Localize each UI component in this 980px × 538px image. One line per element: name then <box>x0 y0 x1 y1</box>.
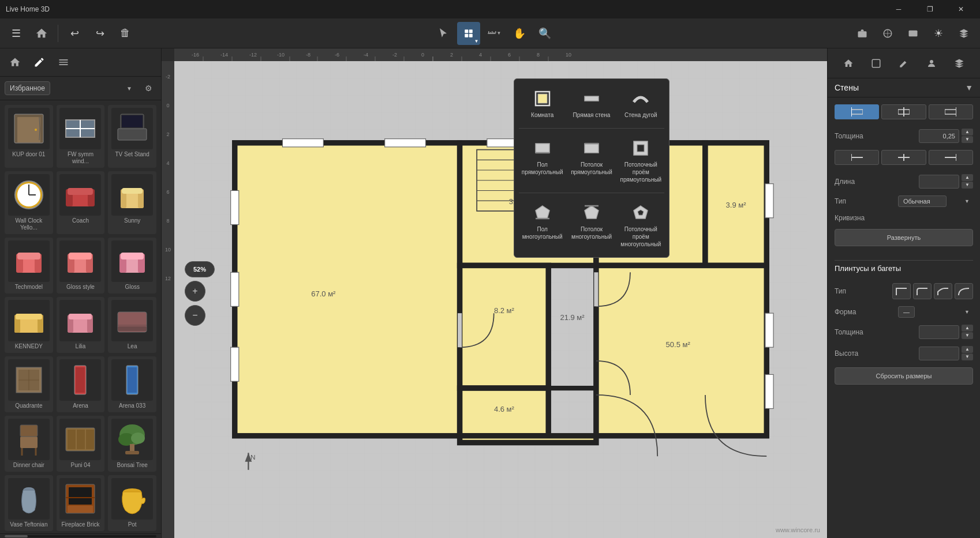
sun-button[interactable]: ☀ <box>927 22 950 45</box>
popup-item-rect-floor[interactable]: Пол прямоугольный <box>519 133 566 188</box>
baseboard-thickness-label: Толщина <box>835 328 863 336</box>
list-item[interactable]: Puni 04 <box>57 416 105 472</box>
list-item[interactable]: FW symm wind... <box>57 105 105 168</box>
length-align-2[interactable] <box>881 150 926 165</box>
svg-rect-51 <box>118 326 147 331</box>
list-item[interactable]: Dinner chair <box>5 416 53 472</box>
wall-align-left[interactable] <box>835 104 879 119</box>
render-button[interactable] <box>876 22 899 45</box>
right-expand-button[interactable]: ▼ <box>965 83 973 92</box>
popup-item-poly-ceiling[interactable]: Потолок многоугольный <box>568 198 615 253</box>
baseboard-style-1[interactable] <box>892 283 911 299</box>
photo-button[interactable] <box>902 22 925 45</box>
list-item[interactable]: Pot <box>108 475 156 531</box>
zoom-out-button[interactable]: − <box>185 305 205 326</box>
maximize-button[interactable]: ❐ <box>917 0 943 18</box>
rect-floor-icon <box>532 138 553 159</box>
baseboard-style-3[interactable] <box>934 283 952 299</box>
list-item[interactable]: TV Set Stand <box>108 105 156 168</box>
baseboard-height-decrement[interactable]: ▼ <box>962 353 973 360</box>
list-item[interactable]: Techmodel <box>5 238 53 294</box>
list-item[interactable]: KUP door 01 <box>5 105 53 168</box>
popup-item-rect-ceiling[interactable]: Потолок прямоугольный <box>568 133 615 188</box>
list-item[interactable]: Lilia <box>57 297 105 353</box>
sidebar-tab-list[interactable] <box>53 52 74 73</box>
redo-button[interactable]: ↪ <box>88 22 111 45</box>
thickness-increment[interactable]: ▲ <box>962 129 973 136</box>
baseboard-height-input[interactable] <box>919 347 959 360</box>
list-item[interactable]: Arena 033 <box>108 356 156 412</box>
delete-button[interactable]: 🗑 <box>114 22 137 45</box>
right-tool-3[interactable] <box>893 53 914 74</box>
sidebar-tab-edit[interactable] <box>29 52 50 73</box>
select-tool-button[interactable] <box>432 22 455 45</box>
scroll-thumb[interactable] <box>5 535 28 537</box>
popup-item-arc-wall[interactable]: Стена дугой <box>618 84 664 123</box>
right-tool-2[interactable] <box>866 53 887 74</box>
right-tool-1[interactable] <box>838 53 859 74</box>
length-align-1[interactable] <box>835 150 879 165</box>
baseboard-style-2[interactable] <box>913 283 932 299</box>
popup-label: Прямая стена <box>573 111 611 119</box>
list-item[interactable]: Arena <box>57 356 105 412</box>
right-tool-5[interactable] <box>949 53 970 74</box>
favorites-dropdown[interactable]: Избранное <box>5 81 50 95</box>
menu-button[interactable]: ☰ <box>5 22 28 45</box>
baseboard-thickness-input[interactable] <box>919 325 959 339</box>
length-align-3[interactable] <box>929 150 973 165</box>
list-item[interactable]: Bonsai Tree <box>108 416 156 472</box>
camera-button[interactable] <box>851 22 874 45</box>
list-item[interactable]: Vase Teftonian <box>5 475 53 531</box>
sidebar-tab-home[interactable] <box>5 52 25 73</box>
list-item[interactable]: Coach <box>57 171 105 234</box>
list-item[interactable]: Lea <box>108 297 156 353</box>
canvas-area[interactable]: -16 -14 -12 -10 -8 -6 -4 -2 0 2 4 6 8 10 <box>162 48 827 538</box>
expand-button[interactable]: Развернуть <box>835 229 973 246</box>
popup-item-poly-ceiling-hole[interactable]: Потолочный проём многоугольный <box>618 198 664 253</box>
build-tool-button[interactable]: ▼ <box>457 22 480 45</box>
length-increment[interactable]: ▲ <box>962 174 973 181</box>
build-popup-menu[interactable]: Комната Прямая стена Стена дугой <box>514 78 669 258</box>
view3d-button[interactable] <box>952 22 975 45</box>
right-panel-header: Стены ▼ <box>828 78 980 97</box>
right-tool-4[interactable] <box>921 53 942 74</box>
svg-point-177 <box>930 60 933 63</box>
popup-separator-1 <box>519 128 664 129</box>
baseboard-height-increment[interactable]: ▲ <box>962 346 973 353</box>
pan-tool-button[interactable]: ✋ <box>508 22 531 45</box>
floor-plan[interactable]: 67.0 м² 32.7 м² 8.2 м² 8.5 м² 3.9 м² 50.… <box>174 61 827 538</box>
close-button[interactable]: ✕ <box>948 0 974 18</box>
reset-sizes-button[interactable]: Сбросить размеры <box>835 367 973 385</box>
list-item[interactable]: KENNEDY <box>5 297 53 353</box>
list-item[interactable]: Quadrante <box>5 356 53 412</box>
minimize-button[interactable]: ─ <box>885 0 912 18</box>
popup-item-room[interactable]: Комната <box>519 84 566 123</box>
popup-item-straight-wall[interactable]: Прямая стена <box>568 84 615 123</box>
popup-item-poly-floor[interactable]: Пол многоугольный <box>519 198 566 253</box>
list-item[interactable]: Gloss <box>108 238 156 294</box>
type-select[interactable]: Обычная Несущая Перегородка <box>898 195 947 207</box>
baseboard-style-4[interactable] <box>955 283 973 299</box>
thickness-input[interactable] <box>919 129 959 143</box>
thickness-decrement[interactable]: ▼ <box>962 136 973 143</box>
popup-item-rect-ceiling-hole[interactable]: Потолочный проём прямоугольный <box>618 133 664 188</box>
list-item[interactable]: Fireplace Brick <box>57 475 105 531</box>
baseboard-thickness-decrement[interactable]: ▼ <box>962 332 973 339</box>
wall-align-right[interactable] <box>929 104 973 119</box>
zoom-in-button[interactable]: + <box>185 281 205 302</box>
undo-button[interactable]: ↩ <box>63 22 86 45</box>
search-tool-button[interactable]: 🔍 <box>533 22 556 45</box>
list-item[interactable]: Wall Clock Yello... <box>5 171 53 234</box>
favorites-settings-button[interactable]: ⚙ <box>140 80 156 96</box>
home-button[interactable] <box>30 22 53 45</box>
length-input[interactable] <box>919 175 959 189</box>
measure-tool-button[interactable]: ▼ <box>482 22 506 45</box>
item-label: KENNEDY <box>15 343 43 350</box>
list-item[interactable]: Gloss style <box>57 238 105 294</box>
wall-align-center[interactable] <box>881 104 926 119</box>
baseboard-form-select[interactable]: — <box>898 306 915 318</box>
length-decrement[interactable]: ▼ <box>962 182 973 189</box>
baseboard-thickness-increment[interactable]: ▲ <box>962 325 973 332</box>
sidebar-scrollbar[interactable] <box>0 533 161 538</box>
list-item[interactable]: Sunny <box>108 171 156 234</box>
